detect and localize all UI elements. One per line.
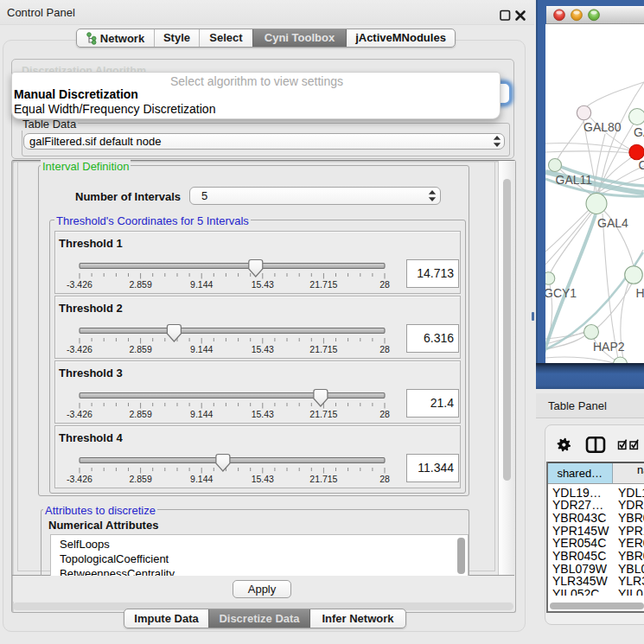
- svg-text:28: 28: [379, 409, 390, 419]
- svg-text:9.144: 9.144: [190, 409, 213, 419]
- svg-text:9.144: 9.144: [190, 474, 213, 484]
- svg-text:21.715: 21.715: [309, 344, 337, 354]
- svg-text:-3.426: -3.426: [67, 409, 92, 419]
- svg-text:15.43: 15.43: [252, 279, 274, 290]
- svg-text:28: 28: [379, 344, 390, 354]
- svg-text:9.144: 9.144: [190, 344, 213, 354]
- svg-text:28: 28: [379, 474, 390, 484]
- svg-text:HAP2: HAP2: [593, 340, 625, 354]
- svg-text:9.144: 9.144: [190, 279, 213, 290]
- svg-text:GAL4: GAL4: [597, 216, 628, 230]
- svg-text:H: H: [636, 286, 644, 300]
- svg-text:15.43: 15.43: [252, 474, 274, 484]
- svg-text:-3.426: -3.426: [67, 279, 92, 290]
- svg-text:2.859: 2.859: [129, 279, 151, 290]
- svg-text:GCY1: GCY1: [544, 286, 577, 300]
- svg-text:GA: GA: [634, 125, 644, 139]
- svg-text:GAL80: GAL80: [583, 120, 622, 134]
- svg-text:21.715: 21.715: [309, 279, 337, 290]
- svg-text:15.43: 15.43: [252, 344, 274, 354]
- svg-text:21.715: 21.715: [309, 409, 337, 419]
- svg-text:2.859: 2.859: [129, 474, 151, 484]
- svg-text:2.859: 2.859: [129, 344, 151, 354]
- svg-text:21.715: 21.715: [309, 474, 337, 484]
- svg-text:GAL11: GAL11: [556, 173, 593, 187]
- svg-text:-3.426: -3.426: [67, 474, 92, 484]
- svg-text:2.859: 2.859: [129, 409, 151, 419]
- svg-text:-3.426: -3.426: [67, 344, 92, 354]
- svg-text:15.43: 15.43: [252, 409, 274, 419]
- svg-text:28: 28: [379, 279, 390, 290]
- svg-text:C: C: [639, 158, 644, 172]
